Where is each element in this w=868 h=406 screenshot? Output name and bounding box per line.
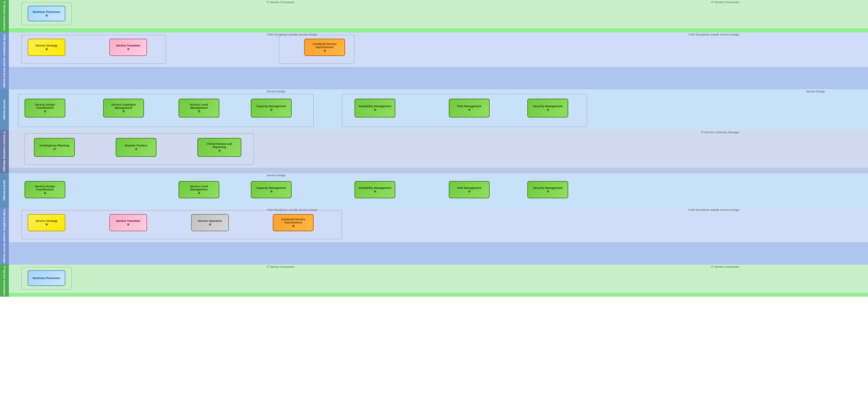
section-header-itsm-bottom-right: ITSM Disciplines outside Service Design	[688, 208, 739, 212]
section-header-consumers-bottom-right: IT Service Consumers	[711, 265, 739, 268]
expand-icon-ss-bottom: ⊞	[45, 223, 48, 226]
expand-icon-ss-top: ⊞	[45, 48, 48, 51]
service-catalogue-top-box[interactable]: Service Catalogue Management ⊞	[103, 99, 144, 118]
risk-mgmt-top-box[interactable]: Risk Management ⊞	[449, 99, 490, 118]
swimlane-label-itsm-outside-bottom: ITSM Disciplines outside Service Design	[0, 208, 9, 264]
section-header-consumers-bottom-left: IT Service Consumers	[267, 265, 294, 268]
availability-mgmt-bottom-box[interactable]: Availability Management ⊞	[354, 181, 395, 198]
expand-icon-so-bottom: ⊞	[209, 223, 211, 226]
security-mgmt-bottom-box[interactable]: Security Management ⊞	[527, 181, 568, 198]
expand-icon-avail-bottom: ⊞	[374, 190, 376, 193]
expand-icon-dp: ⊞	[135, 148, 137, 151]
expand-icon-risk-top: ⊞	[468, 108, 470, 111]
risk-mgmt-bottom-box[interactable]: Risk Management ⊞	[449, 181, 490, 198]
swimlane-label-consumers-bottom: IT Service Consumers	[0, 264, 9, 297]
expand-icon-sdc-top: ⊞	[44, 110, 46, 113]
expand-icon-sdc-bottom: ⊞	[44, 192, 46, 194]
swimlane-content-itsm-outside-top: ITSM Disciplines outside Service Design …	[9, 32, 868, 67]
swimlane-consumers-bottom: IT Service Consumers IT Service Consumer…	[0, 264, 868, 297]
expand-icon-st-bottom: ⊞	[127, 223, 129, 226]
swimlane-service-design-bottom: Service Design Service Design Service De…	[0, 173, 868, 208]
swimlane-itsm-outside-bottom: ITSM Disciplines outside Service Design …	[0, 208, 868, 264]
section-header-consumers-top-right: IT Service Consumers	[711, 1, 739, 4]
availability-mgmt-top-box[interactable]: Availability Management ⊞	[354, 99, 395, 118]
itscm-review-box[interactable]: ITSCM Review and Reporting ⊞	[197, 138, 241, 157]
expand-icon-cap-bottom: ⊞	[270, 190, 273, 193]
expand-icon-slm-bottom: ⊞	[198, 192, 200, 194]
expand-icon-avail-top: ⊞	[374, 108, 376, 111]
swimlane-label-service-design-top: Service Design	[0, 89, 9, 130]
swimlane-content-consumers-bottom: IT Service Consumers IT Service Consumer…	[9, 264, 868, 293]
expand-icon-csi-top: ⊞	[324, 49, 326, 52]
capacity-mgmt-bottom-box[interactable]: Capacity Management ⊞	[251, 181, 292, 198]
swimlane-itsm-outside-top: ITSM Disciplines outside Service Design …	[0, 32, 868, 89]
section-header-itsm-top-left: ITSM Disciplines outside Service Design	[267, 33, 317, 36]
swimlane-label-consumers-top: IT Service Consumers	[0, 0, 9, 32]
expand-icon-bp-top: ⊞	[45, 14, 48, 17]
security-mgmt-top-box[interactable]: Security Management ⊞	[527, 99, 568, 118]
section-header-itsm-top-right: ITSM Disciplines outside Service Design	[688, 33, 739, 36]
section-header-sd-top-right: Service Design	[806, 90, 825, 93]
business-processes-top-box[interactable]: Business Processes ⊞	[28, 6, 65, 21]
contingency-planning-box[interactable]: Contingency Planning ⊞	[34, 138, 75, 157]
swimlane-content-itsm-outside-bottom: ITSM Disciplines outside Service Design …	[9, 208, 868, 242]
swimlane-content-service-design-bottom: Service Design Service Design Coordinati…	[9, 173, 868, 208]
section-header-itscm-right: IT Service Continuity Manager	[701, 131, 739, 134]
swimlane-service-design-top: Service Design Service Design Service De…	[0, 89, 868, 130]
swimlane-itscm: IT Service Continuity Manager IT Service…	[0, 130, 868, 173]
expand-icon-cp: ⊞	[54, 148, 56, 151]
service-level-bottom-box[interactable]: Service Level Management ⊞	[179, 181, 219, 198]
expand-icon-slm-top: ⊞	[198, 110, 200, 113]
expand-icon-scm-top: ⊞	[123, 110, 125, 113]
service-strategy-bottom-box[interactable]: Service Strategy ⊞	[28, 214, 65, 231]
continual-improvement-top-box[interactable]: Continual Service Improvement ⊞	[304, 39, 345, 56]
swimlane-content-consumers-top: IT Service Consumers IT Service Consumer…	[9, 0, 868, 28]
expand-icon-csi-bottom: ⊞	[292, 225, 294, 227]
section-header-itsm-bottom-left: ITSM Disciplines outside Service Design	[267, 208, 317, 212]
service-level-top-box[interactable]: Service Level Management ⊞	[179, 99, 219, 118]
section-header-consumers-top-left: IT Service Consumers	[267, 1, 294, 4]
expand-icon-sec-bottom: ⊞	[547, 190, 549, 193]
expand-icon-cap-top: ⊞	[270, 108, 273, 111]
service-design-coord-bottom-box[interactable]: Service Design Coordination ⊞	[25, 181, 65, 198]
swimlane-label-itsm-outside-top: ITSM Disciplines outside Service Design	[0, 32, 9, 89]
service-transition-top-box[interactable]: Service Transition ⊞	[110, 39, 147, 56]
section-header-sd-top-left: Service Design	[267, 90, 286, 93]
expand-icon-risk-bottom: ⊞	[468, 190, 470, 193]
swimlane-label-itscm: IT Service Continuity Manager	[0, 130, 9, 173]
diagram-container: IT Service Consumers IT Service Consumer…	[0, 0, 868, 296]
service-strategy-top-box[interactable]: Service Strategy ⊞	[28, 39, 65, 56]
continual-improvement-bottom-box[interactable]: Continual Service Improvement ⊞	[273, 214, 314, 231]
swimlane-content-service-design-top: Service Design Service Design Service De…	[9, 89, 868, 130]
service-operation-bottom-box[interactable]: Service Operation ⊞	[191, 214, 229, 231]
expand-icon-st-top: ⊞	[127, 48, 129, 51]
expand-icon-itscm-review: ⊞	[218, 149, 221, 152]
swimlane-consumers-top: IT Service Consumers IT Service Consumer…	[0, 0, 868, 32]
swimlane-label-service-design-bottom: Service Design	[0, 173, 9, 208]
business-processes-bottom-box[interactable]: Business Processes	[28, 270, 65, 286]
capacity-mgmt-top-box[interactable]: Capacity Management ⊞	[251, 99, 292, 118]
service-design-coord-top-box[interactable]: Service Design Coordination ⊞	[25, 99, 65, 118]
expand-icon-sec-top: ⊞	[547, 108, 549, 111]
service-transition-bottom-box[interactable]: Service Transition ⊞	[110, 214, 147, 231]
section-header-sd-bottom-left: Service Design	[267, 174, 286, 177]
disaster-practice-box[interactable]: Disaster Practice ⊞	[116, 138, 156, 157]
swimlane-content-itscm: IT Service Continuity Manager Contingenc…	[9, 130, 868, 168]
